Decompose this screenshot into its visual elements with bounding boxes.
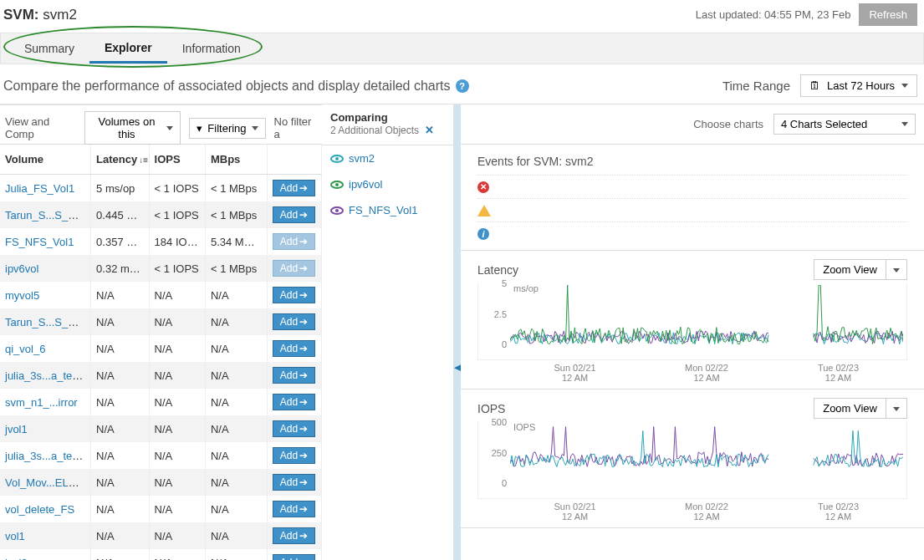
table-row: jvol2N/AN/AN/AAdd➔	[0, 549, 322, 560]
table-row: vol_delete_FSN/AN/AN/AAdd➔	[0, 496, 322, 522]
volume-link[interactable]: Julia_FS_Vol1	[5, 182, 74, 195]
iops-cell: N/A	[149, 335, 205, 362]
arrow-right-icon: ➔	[299, 476, 308, 488]
help-icon[interactable]: ?	[456, 79, 469, 93]
compare-item[interactable]: FS_NFS_Vol1	[322, 197, 453, 223]
timerange-dropdown[interactable]: 🗓 Last 72 Hours	[800, 74, 917, 97]
caret-down-icon	[252, 126, 258, 130]
arrow-right-icon: ➔	[299, 530, 308, 542]
x-tick: Tue 02/2312 AM	[773, 501, 903, 522]
mbps-cell: N/A	[205, 362, 267, 389]
view-compare-label: View and Comp	[5, 115, 76, 140]
mbps-cell: N/A	[205, 282, 267, 308]
iops-cell: N/A	[149, 496, 205, 522]
tab-information[interactable]: Information	[167, 35, 256, 62]
y-tick: 500	[492, 417, 507, 427]
volume-link[interactable]: Tarun_S...S_Vol2	[5, 316, 89, 328]
table-row: Tarun_S...S_Vol2N/AN/AN/AAdd➔	[0, 308, 322, 335]
mbps-cell: N/A	[205, 496, 267, 522]
add-button[interactable]: Add➔	[273, 180, 315, 196]
compare-item-label: ipv6vol	[349, 178, 382, 191]
zoom-view-caret[interactable]	[886, 398, 907, 419]
chevron-left-icon: ◀	[454, 362, 461, 373]
volume-link[interactable]: vol1	[5, 530, 25, 542]
right-panel: Choose charts 4 Charts Selected Events f…	[461, 104, 924, 560]
tab-explorer[interactable]: Explorer	[89, 34, 167, 64]
title-name: svm2	[43, 7, 77, 23]
volume-link[interactable]: Vol_Mov...ELETE	[5, 476, 89, 489]
volume-link[interactable]: ipv6vol	[5, 262, 38, 275]
volume-link[interactable]: FS_NFS_Vol1	[5, 236, 74, 248]
charts-selected-dropdown[interactable]: 4 Charts Selected	[773, 114, 916, 135]
iops-cell: N/A	[149, 282, 205, 308]
arrow-right-icon: ➔	[299, 262, 308, 274]
col-mbps[interactable]: MBps	[205, 145, 267, 175]
info-icon[interactable]: i	[477, 228, 489, 240]
volume-link[interactable]: julia_3s...a_test1	[5, 450, 87, 462]
latency-cell: N/A	[91, 308, 150, 335]
zoom-view-button[interactable]: Zoom View	[814, 398, 886, 419]
add-button[interactable]: Add➔	[273, 313, 315, 330]
iops-cell: N/A	[149, 442, 205, 469]
volume-link[interactable]: myvol5	[5, 289, 39, 302]
page-header: SVM: svm2 Last updated: 04:55 PM, 23 Feb…	[0, 0, 924, 28]
x-tick: Mon 02/2212 AM	[641, 501, 771, 522]
arrow-right-icon: ➔	[299, 289, 308, 301]
arrow-right-icon: ➔	[299, 236, 308, 247]
volume-link[interactable]: Tarun_S...S_Vol1	[5, 209, 89, 221]
add-button[interactable]: Add➔	[273, 501, 315, 517]
zoom-view-caret[interactable]	[886, 259, 907, 280]
table-row: svm_n1_...irrorN/AN/AN/AAdd➔	[0, 389, 322, 415]
eye-icon	[330, 206, 344, 215]
add-button[interactable]: Add➔	[273, 527, 315, 544]
volume-link[interactable]: svm_n1_...irror	[5, 396, 78, 409]
add-button[interactable]: Add➔	[273, 206, 315, 223]
tab-summary[interactable]: Summary	[9, 35, 89, 62]
y-tick: 5	[502, 278, 507, 288]
warning-icon[interactable]	[477, 205, 491, 216]
add-button[interactable]: Add➔	[273, 447, 315, 464]
mbps-cell: N/A	[205, 415, 267, 442]
chart-title: IOPS	[477, 402, 505, 415]
add-button[interactable]: Add➔	[273, 287, 315, 303]
view-compare-dropdown[interactable]: Volumes on this	[84, 111, 181, 145]
add-button[interactable]: Add➔	[273, 394, 315, 410]
y-tick: 2.5	[494, 309, 507, 319]
col-volume[interactable]: Volume	[0, 145, 91, 175]
events-title: Events for SVM: svm2	[477, 155, 907, 168]
compare-item[interactable]: ipv6vol	[322, 171, 453, 197]
table-row: vol1N/AN/AN/AAdd➔	[0, 522, 322, 549]
compare-item[interactable]: svm2	[322, 145, 453, 171]
volume-link[interactable]: jvol1	[5, 423, 28, 435]
chart-plot[interactable]: 0250500IOPSSun 02/2112 AMMon 02/2212 AMT…	[477, 422, 907, 499]
add-button[interactable]: Add➔	[273, 340, 315, 357]
table-row: FS_NFS_Vol10.357 ms/op184 IOPS5.34 MBpsA…	[0, 228, 322, 255]
col-iops[interactable]: IOPS	[149, 145, 205, 175]
add-button[interactable]: Add➔	[273, 367, 315, 384]
chart-plot[interactable]: 02.55ms/opSun 02/2112 AMMon 02/2212 AMTu…	[477, 283, 907, 360]
x-tick: Sun 02/2112 AM	[510, 501, 640, 522]
clear-compare-icon[interactable]: ✕	[425, 124, 434, 136]
add-button[interactable]: Add➔	[273, 474, 315, 491]
latency-cell: N/A	[91, 442, 150, 469]
latency-cell: N/A	[91, 415, 150, 442]
table-row: Tarun_S...S_Vol10.445 ms/op< 1 IOPS< 1 M…	[0, 201, 322, 228]
table-row: qi_vol_6N/AN/AN/AAdd➔	[0, 335, 322, 362]
add-button[interactable]: Add➔	[273, 420, 315, 437]
col-latency[interactable]: Latency↓≡	[91, 145, 150, 175]
add-button: Add➔	[273, 260, 315, 277]
add-button[interactable]: Add➔	[273, 554, 315, 560]
mbps-cell: 5.34 MBps	[205, 228, 267, 255]
volume-link[interactable]: jvol2	[5, 557, 28, 561]
refresh-button[interactable]: Refresh	[859, 3, 917, 26]
collapse-handle[interactable]: ◀	[454, 104, 461, 560]
critical-icon[interactable]: ✕	[477, 181, 489, 193]
zoom-view-button[interactable]: Zoom View	[814, 259, 886, 280]
col-action	[267, 145, 321, 175]
iops-cell: < 1 IOPS	[149, 255, 205, 282]
volume-link[interactable]: julia_3s...a_test3	[5, 369, 87, 382]
filtering-dropdown[interactable]: ▾ Filtering	[189, 118, 265, 139]
eye-icon	[330, 155, 344, 163]
volume-link[interactable]: vol_delete_FS	[5, 503, 74, 516]
volume-link[interactable]: qi_vol_6	[5, 343, 45, 355]
